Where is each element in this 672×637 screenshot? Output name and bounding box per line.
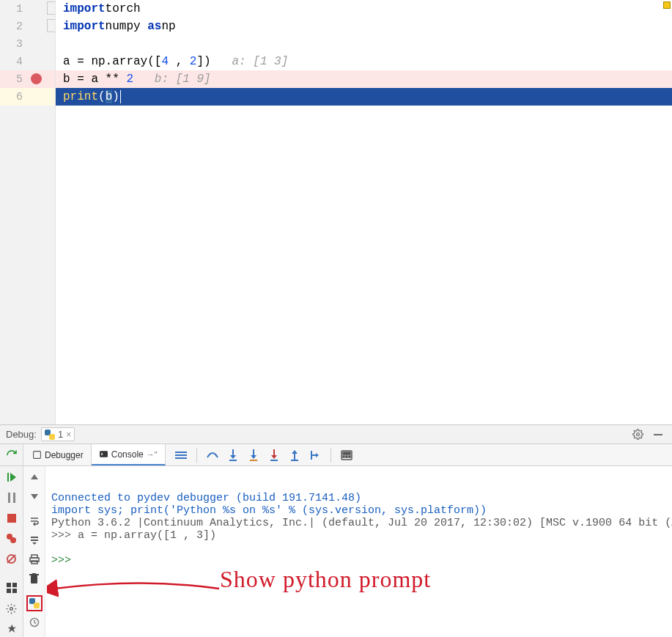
svg-point-24 xyxy=(10,537,16,543)
gutter-line: 6 xyxy=(0,88,55,106)
svg-rect-39 xyxy=(32,573,36,575)
debug-toolbar: Debugger Console →" xyxy=(0,444,672,466)
pin-icon[interactable]: →" xyxy=(147,450,158,459)
tab-label: Debugger xyxy=(45,450,84,460)
svg-rect-4 xyxy=(175,452,187,453)
fn-call: print xyxy=(63,90,98,103)
line-number: 5 xyxy=(16,73,23,86)
svg-rect-3 xyxy=(100,451,108,457)
run-to-cursor-icon[interactable] xyxy=(307,447,323,463)
console-line: import sys; print('Python %s on %s' % (s… xyxy=(51,504,487,517)
evaluate-expression-icon[interactable] xyxy=(339,447,355,463)
history-icon[interactable] xyxy=(26,614,43,630)
console-side-rail xyxy=(23,466,45,637)
debug-panel-title: Debug: 1 × xyxy=(0,425,672,444)
svg-rect-18 xyxy=(346,456,347,457)
minimize-icon[interactable] xyxy=(650,427,666,443)
gutter-line: 3 xyxy=(0,35,55,53)
editor-right-strip xyxy=(663,0,672,424)
svg-rect-30 xyxy=(12,589,17,593)
tab-label: Console xyxy=(111,449,144,460)
svg-rect-33 xyxy=(31,540,38,541)
rerun-button[interactable] xyxy=(0,444,23,465)
python-icon xyxy=(45,430,55,440)
svg-rect-5 xyxy=(175,454,187,456)
line-number: 3 xyxy=(16,38,23,51)
svg-rect-21 xyxy=(13,493,15,503)
svg-rect-2 xyxy=(34,452,41,459)
fold-icon[interactable] xyxy=(47,1,55,15)
console-input-line: a = np.array([1 , 3]) xyxy=(78,529,216,542)
selected-text: b xyxy=(106,90,113,103)
code-line[interactable]: a = np.array([4 , 2]) a: [1 3] xyxy=(56,53,672,70)
mute-breakpoints-icon[interactable] xyxy=(4,551,20,567)
soft-wrap-icon[interactable] xyxy=(26,513,43,529)
debug-tabset: Debugger Console →" xyxy=(25,444,166,465)
code-line[interactable]: import numpy as np xyxy=(56,18,672,35)
inline-hint: a: [1 3] xyxy=(232,55,288,68)
svg-rect-8 xyxy=(229,460,237,461)
settings-icon[interactable] xyxy=(629,427,646,443)
scroll-down-icon[interactable] xyxy=(26,488,43,504)
breakpoint-icon[interactable] xyxy=(31,73,42,84)
console-output[interactable]: Connected to pydev debugger (build 191.7… xyxy=(45,466,672,637)
gutter-line: 2 xyxy=(0,18,55,35)
gutter: 1 2 3 4 5 6 xyxy=(0,0,56,424)
code-line[interactable] xyxy=(56,35,672,53)
svg-rect-1 xyxy=(654,434,662,435)
code-editor[interactable]: 1 2 3 4 5 6 import torch import numpy as… xyxy=(0,0,672,425)
pause-button[interactable] xyxy=(4,490,20,506)
code-line[interactable]: b = a ** 2 b: [1 9] xyxy=(56,70,672,88)
scroll-up-icon[interactable] xyxy=(26,469,43,485)
debug-settings-icon[interactable] xyxy=(4,600,20,616)
print-icon[interactable] xyxy=(26,551,43,567)
step-over-icon[interactable] xyxy=(204,447,221,463)
scroll-to-end-icon[interactable] xyxy=(26,532,43,548)
svg-point-31 xyxy=(10,607,13,610)
tab-console[interactable]: Console →" xyxy=(92,444,166,465)
svg-rect-17 xyxy=(343,456,344,457)
caret-icon xyxy=(120,90,121,103)
pin-tab-icon[interactable] xyxy=(4,621,20,637)
code-line-current[interactable]: print(b) xyxy=(56,88,672,106)
stop-button[interactable] xyxy=(4,510,20,526)
step-out-icon[interactable] xyxy=(287,447,303,463)
svg-rect-22 xyxy=(7,514,16,523)
line-number: 1 xyxy=(16,3,23,15)
close-icon[interactable]: × xyxy=(66,430,71,440)
svg-rect-28 xyxy=(12,583,17,587)
prompt-marker[interactable]: >>> xyxy=(51,554,78,567)
resume-button[interactable] xyxy=(4,469,20,485)
debug-left-rail xyxy=(0,466,23,637)
svg-rect-19 xyxy=(349,456,350,457)
show-exec-point-icon[interactable] xyxy=(173,447,189,463)
tab-debugger[interactable]: Debugger xyxy=(25,444,92,465)
debug-label: Debug: xyxy=(6,429,37,440)
code-line[interactable]: import torch xyxy=(56,0,672,18)
line-number: 6 xyxy=(16,91,23,103)
line-number: 2 xyxy=(16,21,23,33)
debug-console: Connected to pydev debugger (build 191.7… xyxy=(0,466,672,637)
layout-icon[interactable] xyxy=(4,580,20,596)
svg-rect-12 xyxy=(270,460,278,461)
svg-rect-6 xyxy=(175,457,187,459)
step-into-my-code-icon[interactable] xyxy=(245,447,262,463)
gutter-line: 4 xyxy=(0,53,55,70)
svg-rect-37 xyxy=(31,575,37,583)
gutter-line[interactable]: 5 xyxy=(0,70,55,88)
svg-rect-10 xyxy=(250,460,257,461)
warning-indicator-icon[interactable] xyxy=(663,1,671,9)
svg-rect-20 xyxy=(8,493,10,503)
view-breakpoints-icon[interactable] xyxy=(4,531,20,547)
force-step-into-icon[interactable] xyxy=(266,447,282,463)
step-into-icon[interactable] xyxy=(225,447,241,463)
code-column[interactable]: import torch import numpy as np a = np.a… xyxy=(56,0,672,424)
svg-rect-13 xyxy=(294,452,295,460)
debug-run-tab[interactable]: 1 × xyxy=(41,427,75,441)
show-python-prompt-button[interactable] xyxy=(26,595,43,611)
inline-hint: b: [1 9] xyxy=(155,73,211,86)
fold-icon[interactable] xyxy=(47,19,55,32)
console-line: Python 3.6.2 |Continuum Analytics, Inc.|… xyxy=(51,517,672,529)
svg-rect-14 xyxy=(291,460,298,461)
clear-all-icon[interactable] xyxy=(26,570,43,586)
